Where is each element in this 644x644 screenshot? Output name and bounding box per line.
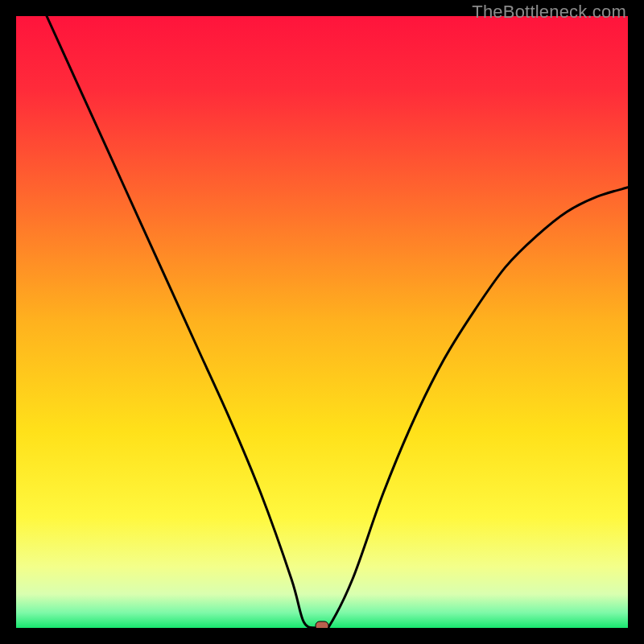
gradient-background — [16, 16, 628, 628]
chart-svg — [16, 16, 628, 628]
chart-frame — [16, 16, 628, 628]
watermark-text: TheBottleneck.com — [472, 2, 626, 23]
optimum-marker — [316, 621, 328, 628]
